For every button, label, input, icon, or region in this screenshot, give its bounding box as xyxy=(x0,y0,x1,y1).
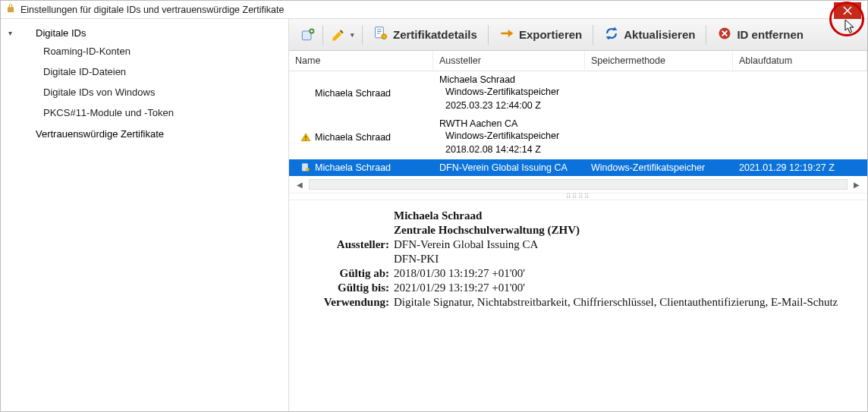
tree-root-trusted-certs[interactable]: Vertrauenswürdige Zertifikate xyxy=(1,126,288,142)
sidebar-item-windows-ids[interactable]: Digitale IDs von Windows xyxy=(40,82,288,102)
refresh-icon xyxy=(604,26,619,43)
export-label: Exportieren xyxy=(519,28,582,41)
close-button[interactable] xyxy=(834,2,861,19)
column-storage[interactable]: Speichermethode xyxy=(585,51,733,71)
detail-validto: 2021/01/29 13:19:27 +01'00' xyxy=(394,281,854,294)
tree-trusted-label: Vertrauenswürdige Zertifikate xyxy=(36,128,164,140)
refresh-label: Aktualisieren xyxy=(624,28,695,41)
table-row[interactable]: Michaela Schraad DFN-Verein Global Issui… xyxy=(289,159,867,176)
cell-name: Michaela Schraad xyxy=(315,88,427,99)
cell-expiry: 2018.02.08 14:42:14 Z xyxy=(439,143,579,156)
column-expiry[interactable]: Ablaufdatum xyxy=(733,51,867,71)
settings-window: Einstellungen für digitale IDs und vertr… xyxy=(0,0,868,412)
remove-icon xyxy=(717,26,732,43)
svg-point-3 xyxy=(382,34,387,39)
label-validto: Gültig bis: xyxy=(303,281,394,294)
tree-root-digital-ids[interactable]: ▾ Digitale IDs xyxy=(1,25,288,41)
detail-issuer1: DFN-Verein Global Issuing CA xyxy=(394,238,854,251)
certificate-details-label: Zertifikatdetails xyxy=(393,28,477,41)
scroll-left-icon[interactable]: ◀ xyxy=(295,181,304,189)
cell-name: Michaela Schraad xyxy=(315,132,427,143)
label-usage: Verwendung: xyxy=(303,296,394,309)
cell-expiry: 2021.01.29 12:19:27 Z xyxy=(733,161,867,175)
certificate-table: Name Aussteller Speichermethode Ablaufda… xyxy=(289,51,867,176)
table-row[interactable]: Michaela Schraad RWTH Aachen CA Windows-… xyxy=(289,115,867,159)
detail-org: Zentrale Hochschulverwaltung (ZHV) xyxy=(394,224,854,237)
titlebar: Einstellungen für digitale IDs und vertr… xyxy=(1,1,867,19)
cell-issuer: Michaela Schraad Windows-Zertifikatspeic… xyxy=(433,73,585,114)
cell-name: Michaela Schraad xyxy=(315,162,427,173)
sidebar: ▾ Digitale IDs Roaming-ID-Konten Digital… xyxy=(1,19,289,411)
detail-issuer2: DFN-PKI xyxy=(394,253,854,266)
remove-id-label: ID entfernen xyxy=(737,28,804,41)
scroll-right-icon[interactable]: ▶ xyxy=(852,181,861,189)
sidebar-item-id-files[interactable]: Digitale ID-Dateien xyxy=(40,61,288,82)
row-status-icon xyxy=(300,162,312,173)
svg-point-8 xyxy=(306,168,310,171)
column-issuer[interactable]: Aussteller xyxy=(433,51,585,71)
cell-issuer: RWTH Aachen CA Windows-Zertifikatspeiche… xyxy=(433,117,585,158)
certificate-details-button[interactable]: Zertifikatdetails xyxy=(366,23,485,46)
certificate-details-panel: Michaela Schraad Zentrale Hochschulverwa… xyxy=(289,200,867,318)
window-title: Einstellungen für digitale IDs und vertr… xyxy=(20,5,284,15)
sidebar-item-pkcs11[interactable]: PKCS#11-Module und -Token xyxy=(40,102,288,123)
row-status-icon xyxy=(300,132,312,143)
cell-storage: Windows-Zertifikatspeicher xyxy=(439,85,585,99)
svg-rect-6 xyxy=(305,139,306,140)
chevron-down-icon: ▾ xyxy=(8,29,16,37)
remove-id-button[interactable]: ID entfernen xyxy=(709,23,811,46)
sidebar-item-roaming[interactable]: Roaming-ID-Konten xyxy=(40,41,288,61)
label-validfrom: Gültig ab: xyxy=(303,267,394,280)
new-id-button[interactable] xyxy=(295,24,319,46)
cell-issuer: DFN-Verein Global Issuing CA xyxy=(433,161,585,175)
chevron-down-icon: ▾ xyxy=(351,31,354,39)
export-icon xyxy=(499,26,514,43)
cell-storage: Windows-Zertifikatspeicher xyxy=(439,129,585,143)
label-issuer: Aussteller: xyxy=(303,238,394,251)
tree-root-label: Digitale IDs xyxy=(36,27,86,39)
detail-usage: Digitale Signatur, Nichtabstreitbarkeit,… xyxy=(394,296,854,309)
certificate-icon xyxy=(373,26,388,43)
scroll-track[interactable] xyxy=(309,179,848,190)
toolbar: ▾ Zertifikatdetails Exportieren xyxy=(289,19,867,51)
column-name[interactable]: Name xyxy=(289,51,433,71)
detail-validfrom: 2018/01/30 13:19:27 +01'00' xyxy=(394,267,854,280)
svg-rect-5 xyxy=(305,136,306,138)
horizontal-scrollbar[interactable]: ◀ ▶ xyxy=(289,176,867,193)
cell-expiry: 2025.03.23 12:44:00 Z xyxy=(439,99,579,112)
export-button[interactable]: Exportieren xyxy=(492,23,590,46)
cell-storage: Windows-Zertifikatspeicher xyxy=(585,161,733,175)
detail-name: Michaela Schraad xyxy=(394,209,854,222)
edit-button[interactable]: ▾ xyxy=(326,24,359,46)
refresh-button[interactable]: Aktualisieren xyxy=(596,23,703,46)
table-row[interactable]: Michaela Schraad Michaela Schraad Window… xyxy=(289,71,867,115)
splitter-handle[interactable]: ⠿⠿⠿⠿ xyxy=(289,193,867,200)
lock-icon xyxy=(5,3,16,16)
